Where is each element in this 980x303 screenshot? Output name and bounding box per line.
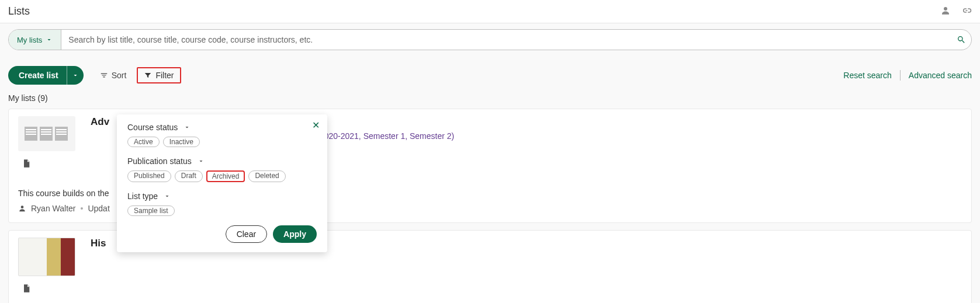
filter-group-title: Publication status: [127, 156, 192, 166]
person-icon: [18, 204, 26, 213]
filter-group-course-status: Course status Active Inactive: [127, 123, 317, 147]
create-list-group: Create list: [8, 66, 84, 85]
svg-rect-6: [41, 129, 51, 130]
filter-group-list-type: List type Sample list: [127, 191, 317, 216]
list-thumbnail: [18, 116, 75, 151]
svg-rect-2: [26, 129, 36, 130]
filter-group-header[interactable]: Publication status: [127, 156, 317, 166]
chevron-down-icon: [198, 158, 205, 165]
filter-chip-sample-list[interactable]: Sample list: [127, 206, 175, 216]
chevron-down-icon: [72, 72, 79, 79]
filter-chips: Sample list: [127, 206, 317, 216]
user-icon[interactable]: [940, 5, 951, 18]
search-input-wrap: [61, 30, 971, 50]
svg-rect-10: [56, 129, 67, 130]
svg-rect-7: [41, 131, 51, 133]
filter-chip-active[interactable]: Active: [127, 137, 160, 147]
header-icons: [940, 5, 972, 18]
svg-rect-4: [26, 134, 36, 135]
close-icon: ✕: [312, 120, 320, 131]
filter-popover: ✕ Course status Active Inactive Publicat…: [117, 114, 327, 252]
sort-button[interactable]: Sort: [94, 67, 133, 83]
chevron-down-icon: [46, 36, 53, 43]
apply-button[interactable]: Apply: [273, 225, 317, 243]
filter-chip-published[interactable]: Published: [127, 170, 171, 182]
chevron-down-icon: [183, 124, 191, 131]
filter-chip-draft[interactable]: Draft: [175, 170, 203, 182]
file-icon: [22, 283, 31, 294]
search-input[interactable]: [61, 35, 951, 44]
filter-group-title: List type: [127, 191, 158, 201]
link-icon[interactable]: [961, 5, 972, 18]
close-button[interactable]: ✕: [310, 119, 321, 131]
create-list-dropdown-button[interactable]: [67, 66, 84, 85]
create-list-label: Create list: [19, 71, 58, 80]
filter-group-header[interactable]: Course status: [127, 123, 317, 132]
search-scope-label: My lists: [17, 36, 42, 44]
search-submit-button[interactable]: [951, 35, 971, 44]
search-scope-dropdown[interactable]: My lists: [9, 30, 61, 50]
list-thumbnail-col: [18, 116, 75, 169]
filter-chip-archived[interactable]: Archived: [206, 170, 245, 182]
page-header: Lists: [0, 0, 980, 23]
list-thumbnail-col: [18, 238, 75, 294]
svg-rect-12: [56, 134, 67, 135]
search-bar: My lists: [8, 29, 972, 50]
list-author: Ryan Walter: [31, 204, 76, 213]
filter-label: Filter: [155, 71, 174, 80]
filter-actions: Clear Apply: [127, 225, 317, 243]
filter-group-publication-status: Publication status Published Draft Archi…: [127, 156, 317, 182]
svg-point-0: [944, 7, 947, 11]
toolbar: Create list Sort Filter Reset search Adv…: [8, 65, 972, 85]
filter-chips: Active Inactive: [127, 137, 317, 147]
filter-group-title: Course status: [127, 123, 178, 132]
content-area: My lists Create list Sort Filter: [0, 23, 980, 303]
page-title: Lists: [8, 5, 30, 18]
sort-icon: [100, 71, 108, 79]
list-count-label: My lists (9): [8, 93, 972, 103]
separator: [900, 70, 901, 81]
file-icon: [22, 158, 31, 169]
create-list-button[interactable]: Create list: [8, 66, 67, 85]
list-course-link[interactable]: ring (2020-2021, Semester 1, Semester 2): [301, 131, 962, 141]
clear-button[interactable]: Clear: [226, 225, 267, 243]
svg-point-13: [21, 206, 24, 208]
svg-rect-11: [56, 131, 67, 133]
search-icon: [957, 35, 966, 44]
list-updated: Updat: [88, 204, 109, 213]
svg-rect-3: [26, 131, 36, 133]
search-links: Reset search Advanced search: [843, 70, 972, 81]
filter-chips: Published Draft Archived Deleted: [127, 170, 317, 182]
sort-label: Sort: [112, 71, 127, 80]
filter-icon: [144, 71, 152, 79]
filter-chip-inactive[interactable]: Inactive: [163, 137, 200, 147]
chevron-down-icon: [164, 193, 171, 200]
list-thumbnail: [18, 238, 75, 276]
advanced-search-link[interactable]: Advanced search: [909, 71, 972, 80]
reset-search-link[interactable]: Reset search: [843, 71, 891, 80]
filter-chip-deleted[interactable]: Deleted: [248, 170, 285, 182]
filter-button[interactable]: Filter: [137, 67, 181, 83]
svg-rect-8: [41, 134, 51, 135]
filter-group-header[interactable]: List type: [127, 191, 317, 201]
